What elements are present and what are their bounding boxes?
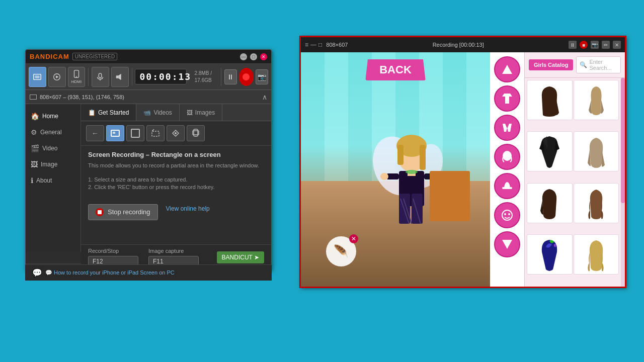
svg-rect-37 [502,187,512,189]
svg-rect-22 [412,194,423,224]
catalog-item-hair-2[interactable] [574,80,619,120]
sidebar-item-home[interactable]: 🏠 Home [26,108,80,124]
game-float-item: 🪶 ✕ [326,236,356,266]
screenshot-button[interactable]: 📷 [256,69,268,84]
game-window-icons: ≡ — □ 808×607 [305,41,348,48]
sidebar-item-video[interactable]: 🎬 Video [26,140,80,156]
svg-rect-28 [397,145,404,165]
catalog-search-field[interactable]: 🔍 Enter Search... [576,56,621,73]
svg-rect-29 [420,145,426,170]
content-description-area: Screen Recording – Rectangle on a screen… [81,146,271,225]
ctrl-face-btn[interactable] [494,202,520,228]
gear-icon: ⚙ [31,128,37,136]
screen-record-tool-btn[interactable] [29,67,46,87]
videos-icon: 📹 [143,109,151,116]
content-title: Screen Recording – Rectangle on a screen [88,151,264,158]
game-window: ≡ — □ 808×607 Recording [00:00:13] ⏸ ■ 📷… [300,36,626,288]
storage-display: 2.8MB / 17.6GB [189,70,218,84]
stripe-8 [466,52,490,181]
catalog-item-hair-3[interactable] [527,131,573,171]
game-record-tool-btn[interactable] [48,67,66,87]
float-item-close-btn[interactable]: ✕ [349,234,358,243]
bandicam-window: BANDICAM UNREGISTERED — □ ✕ HDMI 00:00:1… [25,49,272,270]
mic-btn[interactable] [92,67,109,87]
svg-rect-11 [113,132,115,134]
catalog-item-hair-1[interactable] [527,80,573,120]
catalog-item-hair-7[interactable] [527,234,573,275]
maximize-button[interactable]: □ [250,53,257,60]
catalog-item-hair-5[interactable] [527,183,573,223]
svg-point-5 [76,76,77,77]
ctrl-clothes-btn[interactable] [494,85,520,112]
iphone-tip-text[interactable]: 💬 How to record your iPhone or iPad Scre… [45,269,175,276]
home-icon: 🏠 [31,112,39,120]
catalog-panel: Girls Catalog 🔍 Enter Search... [524,52,625,287]
size-bar-close-btn[interactable]: ∧ [262,93,267,101]
toolbar-separator-1 [88,68,89,86]
window-icon[interactable]: □ [318,41,322,48]
bottom-right-controls: BANDICUT ➤ [217,251,264,263]
ctrl-down-btn[interactable] [494,231,520,257]
sidebar-item-about[interactable]: ℹ About [26,172,80,189]
image-capture-label: Image capture [148,248,199,254]
tab-images[interactable]: 🖼 Images [180,104,222,121]
game-titlebar: ≡ — □ 808×607 Recording [00:00:13] ⏸ ■ 📷… [301,37,625,52]
action-row: Stop recording View online help [88,197,264,220]
svg-rect-6 [99,73,102,77]
stop-record-icon [96,208,104,216]
mode-device-btn[interactable] [187,125,205,141]
minimize-button[interactable]: — [240,53,247,60]
record-button[interactable] [239,68,254,86]
size-coords: – [63,94,67,100]
view-online-help-link[interactable]: View online help [166,205,210,212]
device-record-tool-btn[interactable]: HDMI [68,67,86,87]
tab-videos[interactable]: 📹 Videos [136,104,179,121]
catalog-item-hair-8[interactable] [574,234,619,275]
content-description: This mode allows you to record a partial… [88,161,264,170]
ctrl-up-btn[interactable] [494,56,520,82]
content-step-2: 2. Click the 'REC' button or press the r… [88,184,264,190]
svg-rect-16 [194,129,198,136]
game-pause-btn[interactable]: ⏸ [569,41,577,49]
toolbar-separator-3 [221,68,221,86]
svg-rect-12 [131,129,139,137]
mode-fullscreen-btn[interactable] [126,125,144,141]
menu-icon[interactable]: ≡ [305,41,308,48]
svg-marker-9 [119,73,121,80]
mode-game-btn[interactable] [167,125,185,141]
svg-rect-13 [152,131,159,136]
size-bar: 808×607 – (938, 151), (1746, 758) ∧ [26,90,271,104]
svg-rect-1 [35,75,40,78]
sidebar-item-general[interactable]: ⚙ General [26,124,80,140]
game-pencil-btn[interactable]: ✏ [602,41,610,49]
catalog-tab-button[interactable]: Girls Catalog [529,59,573,70]
catalog-scrollbar[interactable] [621,78,625,287]
minimize-icon[interactable]: — [310,41,316,48]
game-back-button[interactable]: BACK [365,59,426,80]
game-close-btn[interactable]: ✕ [613,41,621,49]
sidebar-item-image[interactable]: 🖼 Image [26,156,80,172]
game-stop-record-btn[interactable]: ■ [580,41,588,49]
recording-timer: 00:00:13 [135,69,186,84]
svg-point-39 [504,213,506,215]
speaker-btn[interactable] [111,67,129,87]
tab-get-started[interactable]: 📋 Get Started [81,104,136,121]
catalog-item-hair-6[interactable] [574,183,619,223]
svg-point-34 [380,173,388,180]
ctrl-hair-btn[interactable] [494,144,520,170]
stop-recording-button[interactable]: Stop recording [88,204,158,220]
ctrl-pants-btn[interactable] [494,115,520,141]
size-display: 808×607 – (938, 151), (1746, 758) [40,94,124,100]
game-decoration-box [430,171,470,221]
game-camera-btn[interactable]: 📷 [591,41,599,49]
mode-rectangle-btn[interactable] [106,125,124,141]
mode-back-btn[interactable]: ← [86,125,104,141]
catalog-item-hair-4[interactable] [574,131,619,171]
mode-custom-btn[interactable] [146,125,165,141]
bandicut-button[interactable]: BANDICUT ➤ [217,251,264,263]
ctrl-hat-btn[interactable] [494,173,520,199]
game-window-title: Recording [00:00:13] [351,42,566,48]
pause-button[interactable]: ⏸ [224,69,237,84]
record-indicator [243,73,250,80]
close-button[interactable]: ✕ [260,53,267,60]
